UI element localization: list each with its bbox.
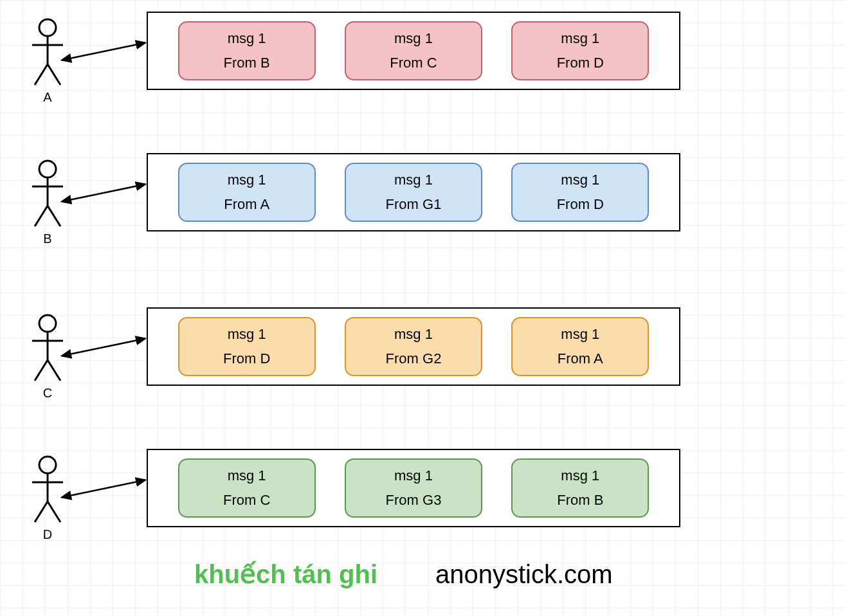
message-title: msg 1 [394, 30, 433, 47]
message-from: From D [557, 196, 604, 213]
footer-site: anonystick.com [435, 560, 613, 589]
message-from: From D [557, 55, 604, 71]
bidirectional-arrow-icon [58, 332, 149, 365]
actor-label: A [22, 90, 73, 105]
message-title: msg 1 [394, 172, 433, 188]
footer: khuếch tán ghianonystick.com [194, 559, 613, 589]
message-from: From B [224, 55, 270, 71]
message-title: msg 1 [561, 172, 599, 188]
message-box: msg 1From D [511, 163, 649, 222]
svg-line-3 [35, 64, 48, 85]
message-box: msg 1From G3 [345, 458, 482, 518]
svg-point-6 [39, 161, 56, 177]
message-from: From D [223, 350, 270, 367]
svg-line-9 [35, 206, 48, 226]
message-from: From B [557, 492, 603, 509]
message-title: msg 1 [394, 326, 433, 343]
message-container: msg 1From Dmsg 1From G2msg 1From A [147, 307, 680, 386]
message-title: msg 1 [228, 172, 266, 188]
message-container: msg 1From Amsg 1From G1msg 1From D [147, 153, 680, 231]
message-box: msg 1From B [178, 21, 316, 80]
message-from: From A [558, 350, 603, 367]
bidirectional-arrow-icon [58, 177, 149, 211]
message-from: From G3 [386, 492, 442, 509]
footer-caption: khuếch tán ghi [194, 559, 377, 589]
message-box: msg 1From A [178, 163, 316, 222]
svg-line-21 [35, 502, 48, 522]
svg-point-0 [39, 19, 56, 36]
diagram-canvas: A msg 1From Bmsg 1From Cmsg 1From D B ms… [0, 0, 845, 616]
message-title: msg 1 [228, 30, 266, 47]
message-box: msg 1From C [345, 21, 482, 80]
message-title: msg 1 [394, 467, 433, 484]
message-from: From C [390, 55, 437, 71]
message-box: msg 1From A [511, 317, 649, 376]
message-container: msg 1From Bmsg 1From Cmsg 1From D [147, 12, 680, 90]
svg-point-12 [39, 315, 56, 332]
bidirectional-arrow-icon [58, 473, 149, 507]
message-container: msg 1From Cmsg 1From G3msg 1From B [147, 449, 680, 527]
actor-label: B [22, 231, 73, 246]
svg-line-5 [62, 43, 145, 60]
svg-line-23 [62, 480, 145, 498]
message-box: msg 1From B [511, 458, 649, 518]
bidirectional-arrow-icon [58, 36, 149, 69]
message-from: From G1 [386, 196, 442, 213]
message-title: msg 1 [228, 326, 266, 343]
message-from: From G2 [386, 350, 442, 367]
message-box: msg 1From G2 [345, 317, 482, 376]
actor-label: D [22, 527, 73, 542]
message-box: msg 1From C [178, 458, 316, 518]
message-box: msg 1From G1 [345, 163, 482, 222]
actor-label: C [22, 386, 73, 401]
svg-line-17 [62, 339, 145, 356]
message-title: msg 1 [561, 467, 599, 484]
message-title: msg 1 [561, 30, 599, 47]
svg-line-11 [62, 185, 145, 202]
message-title: msg 1 [228, 467, 266, 484]
message-from: From A [224, 196, 269, 213]
svg-point-18 [39, 457, 56, 473]
message-box: msg 1From D [511, 21, 649, 80]
message-title: msg 1 [561, 326, 599, 343]
svg-line-15 [35, 360, 48, 381]
message-from: From C [223, 492, 270, 509]
message-box: msg 1From D [178, 317, 316, 376]
